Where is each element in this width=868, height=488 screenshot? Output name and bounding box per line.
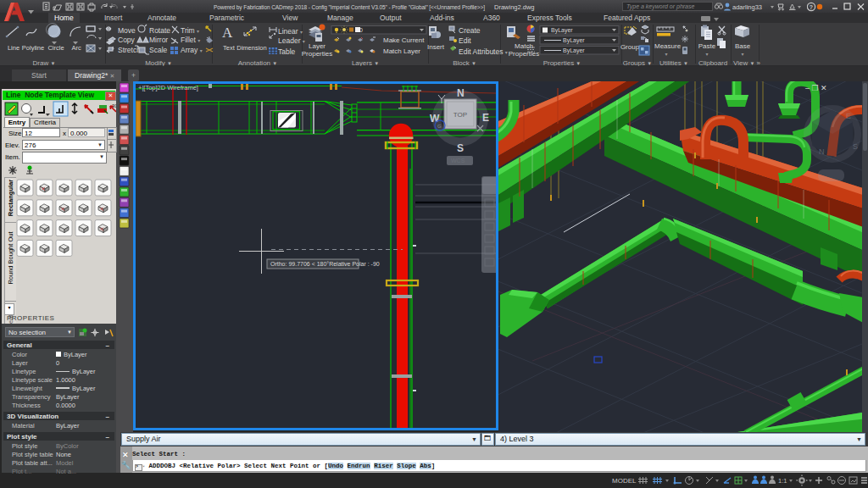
svg-text:G: G bbox=[437, 124, 442, 129]
svg-text:‒ ❐ ✕: ‒ ❐ ✕ bbox=[805, 84, 827, 92]
svg-text:ByLayer: ByLayer bbox=[551, 27, 573, 34]
svg-text:ByLayer: ByLayer bbox=[563, 37, 585, 44]
svg-text:N: N bbox=[819, 147, 825, 156]
svg-text:ByLayer: ByLayer bbox=[563, 47, 585, 54]
svg-text:Ortho: 99.7706 < 180°Relative: Ortho: 99.7706 < 180°Relative Polar : -9… bbox=[270, 261, 380, 267]
svg-text:A: A bbox=[222, 25, 233, 41]
svg-text:WCS: WCS bbox=[451, 158, 465, 164]
svg-text:1:1: 1:1 bbox=[778, 477, 787, 485]
svg-text:adarling33: adarling33 bbox=[732, 3, 762, 11]
svg-text:S: S bbox=[853, 142, 858, 151]
svg-text:W: W bbox=[430, 113, 440, 125]
svg-text:TOP: TOP bbox=[453, 111, 467, 119]
svg-text:N: N bbox=[457, 87, 465, 99]
svg-text:+|[Top]2D Wireframe]: +|[Top]2D Wireframe] bbox=[138, 84, 198, 92]
svg-text:S: S bbox=[457, 142, 464, 154]
svg-text:?: ? bbox=[810, 4, 813, 10]
svg-text:E: E bbox=[482, 112, 489, 124]
svg-text:E: E bbox=[846, 112, 851, 120]
